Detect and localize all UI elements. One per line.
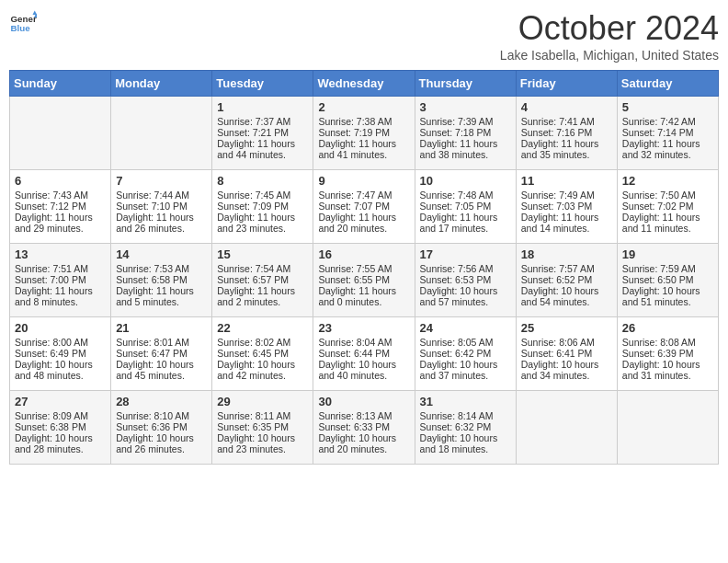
- calendar-cell: 29Sunrise: 8:11 AMSunset: 6:35 PMDayligh…: [212, 391, 313, 465]
- sunset-text: Sunset: 6:52 PM: [521, 274, 612, 285]
- calendar-cell: 12Sunrise: 7:50 AMSunset: 7:02 PMDayligh…: [617, 170, 718, 244]
- calendar-cell: 8Sunrise: 7:45 AMSunset: 7:09 PMDaylight…: [212, 170, 313, 244]
- daylight-text: Daylight: 10 hours and 31 minutes.: [622, 359, 713, 381]
- day-number: 3: [420, 100, 511, 114]
- day-number: 16: [318, 247, 409, 261]
- daylight-text: Daylight: 10 hours and 54 minutes.: [521, 285, 612, 307]
- sunrise-text: Sunrise: 7:50 AM: [622, 190, 713, 201]
- daylight-text: Daylight: 10 hours and 18 minutes.: [420, 432, 511, 454]
- sunrise-text: Sunrise: 8:13 AM: [318, 410, 409, 421]
- sunrise-text: Sunrise: 8:04 AM: [318, 337, 409, 348]
- calendar-cell: 3Sunrise: 7:39 AMSunset: 7:18 PMDaylight…: [415, 97, 516, 170]
- location: Lake Isabella, Michigan, United States: [500, 48, 719, 63]
- day-number: 7: [116, 174, 207, 188]
- sunrise-text: Sunrise: 7:41 AM: [521, 116, 612, 127]
- day-number: 18: [521, 247, 612, 261]
- sunrise-text: Sunrise: 8:09 AM: [15, 410, 106, 421]
- calendar-cell: 15Sunrise: 7:54 AMSunset: 6:57 PMDayligh…: [212, 244, 313, 317]
- sunset-text: Sunset: 6:32 PM: [420, 421, 511, 432]
- sunset-text: Sunset: 6:39 PM: [622, 348, 713, 359]
- day-number: 9: [318, 174, 409, 188]
- sunset-text: Sunset: 6:36 PM: [116, 421, 207, 432]
- sunrise-text: Sunrise: 7:48 AM: [420, 190, 511, 201]
- svg-text:General: General: [11, 14, 38, 24]
- sunset-text: Sunset: 7:19 PM: [318, 127, 409, 138]
- calendar-cell: 16Sunrise: 7:55 AMSunset: 6:55 PMDayligh…: [313, 244, 415, 317]
- calendar-cell: 21Sunrise: 8:01 AMSunset: 6:47 PMDayligh…: [111, 317, 212, 391]
- day-number: 29: [217, 395, 308, 408]
- calendar-cell: 4Sunrise: 7:41 AMSunset: 7:16 PMDaylight…: [516, 97, 617, 170]
- daylight-text: Daylight: 10 hours and 20 minutes.: [318, 432, 409, 454]
- day-header-monday: Monday: [111, 71, 212, 97]
- calendar-table: SundayMondayTuesdayWednesdayThursdayFrid…: [9, 70, 719, 465]
- calendar-cell: 20Sunrise: 8:00 AMSunset: 6:49 PMDayligh…: [10, 317, 111, 391]
- sunrise-text: Sunrise: 7:56 AM: [420, 263, 511, 274]
- sunrise-text: Sunrise: 7:44 AM: [116, 190, 207, 201]
- calendar-cell: 5Sunrise: 7:42 AMSunset: 7:14 PMDaylight…: [617, 97, 718, 170]
- sunrise-text: Sunrise: 8:11 AM: [217, 410, 308, 421]
- day-number: 2: [318, 100, 409, 114]
- day-number: 30: [318, 395, 409, 408]
- svg-text:Blue: Blue: [11, 23, 31, 33]
- calendar-cell: 2Sunrise: 7:38 AMSunset: 7:19 PMDaylight…: [313, 97, 415, 170]
- day-header-friday: Friday: [516, 71, 617, 97]
- daylight-text: Daylight: 11 hours and 20 minutes.: [318, 212, 409, 234]
- daylight-text: Daylight: 10 hours and 40 minutes.: [318, 359, 409, 381]
- sunset-text: Sunset: 6:57 PM: [217, 274, 308, 285]
- calendar-cell: 1Sunrise: 7:37 AMSunset: 7:21 PMDaylight…: [212, 97, 313, 170]
- daylight-text: Daylight: 11 hours and 41 minutes.: [318, 138, 409, 160]
- daylight-text: Daylight: 11 hours and 38 minutes.: [420, 138, 511, 160]
- sunrise-text: Sunrise: 8:01 AM: [116, 337, 207, 348]
- daylight-text: Daylight: 11 hours and 5 minutes.: [116, 285, 207, 307]
- day-number: 5: [622, 100, 713, 114]
- calendar-cell: [111, 97, 212, 170]
- daylight-text: Daylight: 10 hours and 48 minutes.: [15, 359, 106, 381]
- day-number: 23: [318, 321, 409, 335]
- calendar-cell: 28Sunrise: 8:10 AMSunset: 6:36 PMDayligh…: [111, 391, 212, 465]
- sunrise-text: Sunrise: 7:47 AM: [318, 190, 409, 201]
- daylight-text: Daylight: 11 hours and 29 minutes.: [15, 212, 106, 234]
- sunrise-text: Sunrise: 8:05 AM: [420, 337, 511, 348]
- calendar-cell: 25Sunrise: 8:06 AMSunset: 6:41 PMDayligh…: [516, 317, 617, 391]
- day-number: 8: [217, 174, 308, 188]
- sunset-text: Sunset: 7:00 PM: [15, 274, 106, 285]
- daylight-text: Daylight: 10 hours and 28 minutes.: [15, 432, 106, 454]
- calendar-cell: 17Sunrise: 7:56 AMSunset: 6:53 PMDayligh…: [415, 244, 516, 317]
- sunset-text: Sunset: 7:18 PM: [420, 127, 511, 138]
- sunrise-text: Sunrise: 7:45 AM: [217, 190, 308, 201]
- sunset-text: Sunset: 7:16 PM: [521, 127, 612, 138]
- day-number: 12: [622, 174, 713, 188]
- sunrise-text: Sunrise: 7:53 AM: [116, 263, 207, 274]
- sunset-text: Sunset: 7:14 PM: [622, 127, 713, 138]
- sunrise-text: Sunrise: 8:02 AM: [217, 337, 308, 348]
- daylight-text: Daylight: 10 hours and 26 minutes.: [116, 432, 207, 454]
- sunset-text: Sunset: 6:38 PM: [15, 421, 106, 432]
- sunset-text: Sunset: 6:33 PM: [318, 421, 409, 432]
- sunset-text: Sunset: 7:10 PM: [116, 201, 207, 212]
- day-number: 13: [15, 247, 106, 261]
- daylight-text: Daylight: 11 hours and 8 minutes.: [15, 285, 106, 307]
- day-header-tuesday: Tuesday: [212, 71, 313, 97]
- sunrise-text: Sunrise: 7:38 AM: [318, 116, 409, 127]
- daylight-text: Daylight: 10 hours and 23 minutes.: [217, 432, 308, 454]
- sunset-text: Sunset: 7:02 PM: [622, 201, 713, 212]
- daylight-text: Daylight: 10 hours and 45 minutes.: [116, 359, 207, 381]
- daylight-text: Daylight: 10 hours and 57 minutes.: [420, 285, 511, 307]
- day-header-wednesday: Wednesday: [313, 71, 415, 97]
- day-number: 17: [420, 247, 511, 261]
- day-number: 21: [116, 321, 207, 335]
- calendar-cell: 13Sunrise: 7:51 AMSunset: 7:00 PMDayligh…: [10, 244, 111, 317]
- sunrise-text: Sunrise: 7:59 AM: [622, 263, 713, 274]
- sunrise-text: Sunrise: 7:54 AM: [217, 263, 308, 274]
- calendar-cell: [617, 391, 718, 465]
- calendar-cell: 6Sunrise: 7:43 AMSunset: 7:12 PMDaylight…: [10, 170, 111, 244]
- day-number: 20: [15, 321, 106, 335]
- daylight-text: Daylight: 11 hours and 44 minutes.: [217, 138, 308, 160]
- daylight-text: Daylight: 11 hours and 35 minutes.: [521, 138, 612, 160]
- daylight-text: Daylight: 10 hours and 37 minutes.: [420, 359, 511, 381]
- sunset-text: Sunset: 6:49 PM: [15, 348, 106, 359]
- sunrise-text: Sunrise: 7:43 AM: [15, 190, 106, 201]
- day-number: 27: [15, 395, 106, 408]
- calendar-cell: [10, 97, 111, 170]
- calendar-cell: [516, 391, 617, 465]
